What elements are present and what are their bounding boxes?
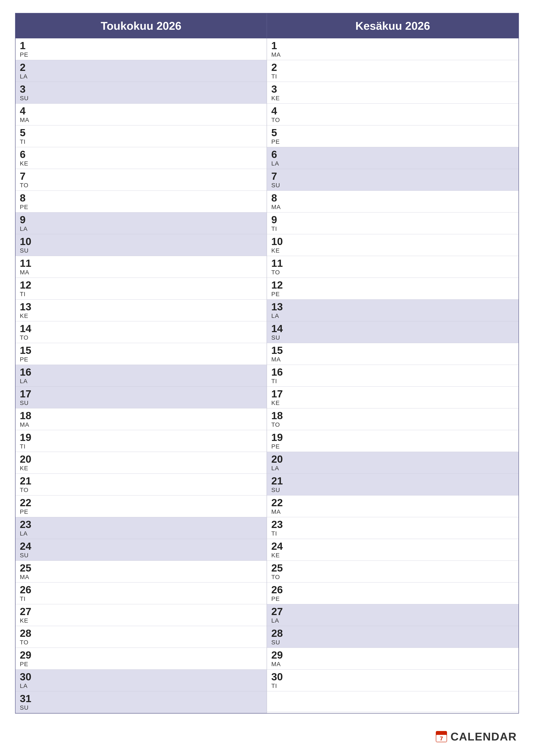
may-day-abbr-17: SU <box>20 399 262 406</box>
june-day-number-23: 23 <box>271 519 514 530</box>
june-day-row-19: 19PE <box>267 430 519 452</box>
june-day-number-13: 13 <box>271 302 514 312</box>
june-day-number-10: 10 <box>271 236 514 247</box>
june-day-abbr-29: MA <box>271 661 514 668</box>
june-days-column: 1MA2TI3KE4TO5PE6LA7SU8MA9TI10KE11TO12PE1… <box>267 39 519 713</box>
may-day-number-21: 21 <box>20 476 262 486</box>
june-day-number-11: 11 <box>271 258 514 269</box>
may-day-row-18: 18MA <box>15 408 267 430</box>
may-day-abbr-22: PE <box>20 508 262 515</box>
may-day-number-13: 13 <box>20 302 262 312</box>
june-day-row-4: 4TO <box>267 104 519 125</box>
may-day-number-2: 2 <box>20 62 262 73</box>
may-day-row-7: 7TO <box>15 169 267 191</box>
june-day-abbr-25: TO <box>271 574 514 580</box>
may-day-row-23: 23LA <box>15 517 267 539</box>
june-day-abbr-16: TI <box>271 378 514 385</box>
june-day-row-2: 2TI <box>267 60 519 82</box>
june-day-number-12: 12 <box>271 280 514 290</box>
june-day-abbr-18: TO <box>271 421 514 428</box>
may-day-number-8: 8 <box>20 193 262 203</box>
june-day-row-12: 12PE <box>267 278 519 300</box>
june-day-number-15: 15 <box>271 345 514 356</box>
may-day-row-25: 25MA <box>15 561 267 582</box>
may-day-row-26: 26TI <box>15 582 267 604</box>
june-day-abbr-7: SU <box>271 182 514 189</box>
june-day-row-13: 13LA <box>267 300 519 321</box>
june-day-row-21: 21SU <box>267 474 519 496</box>
may-day-abbr-2: LA <box>20 73 262 80</box>
may-day-number-29: 29 <box>20 650 262 660</box>
may-day-row-10: 10SU <box>15 234 267 256</box>
may-day-row-24: 24SU <box>15 539 267 561</box>
may-day-abbr-27: KE <box>20 617 262 624</box>
may-day-abbr-18: MA <box>20 421 262 428</box>
june-day-number-2: 2 <box>271 62 514 73</box>
june-day-abbr-28: SU <box>271 639 514 646</box>
may-day-number-5: 5 <box>20 127 262 138</box>
june-day-row-18: 18TO <box>267 408 519 430</box>
june-day-number-6: 6 <box>271 149 514 160</box>
june-day-abbr-5: PE <box>271 138 514 145</box>
may-day-row-19: 19TI <box>15 430 267 452</box>
june-day-number-27: 27 <box>271 607 514 617</box>
may-days-column: 1PE2LA3SU4MA5TI6KE7TO8PE9LA10SU11MA12TI1… <box>15 39 267 713</box>
june-day-number-18: 18 <box>271 411 514 421</box>
june-day-row-30: 30TI <box>267 670 519 691</box>
june-day-number-14: 14 <box>271 323 514 334</box>
svg-text:7: 7 <box>440 735 443 742</box>
may-day-row-22: 22PE <box>15 496 267 517</box>
june-day-row-1: 1MA <box>267 39 519 60</box>
may-day-abbr-31: SU <box>20 704 262 711</box>
may-day-row-17: 17SU <box>15 387 267 408</box>
may-day-abbr-29: PE <box>20 661 262 668</box>
june-day-abbr-19: PE <box>271 443 514 450</box>
june-day-row-8: 8MA <box>267 191 519 212</box>
june-day-number-24: 24 <box>271 541 514 552</box>
june-day-row-16: 16TI <box>267 365 519 387</box>
june-day-row-17: 17KE <box>267 387 519 408</box>
june-day-abbr-13: LA <box>271 312 514 319</box>
may-day-abbr-12: TI <box>20 291 262 298</box>
may-day-abbr-8: PE <box>20 204 262 210</box>
may-day-number-19: 19 <box>20 432 262 443</box>
may-day-row-11: 11MA <box>15 256 267 278</box>
may-day-number-6: 6 <box>20 149 262 160</box>
may-day-row-9: 9LA <box>15 212 267 234</box>
june-day-abbr-10: KE <box>271 247 514 254</box>
may-day-abbr-16: LA <box>20 378 262 385</box>
june-day-number-17: 17 <box>271 389 514 399</box>
may-day-abbr-26: TI <box>20 595 262 602</box>
june-day-abbr-6: LA <box>271 160 514 167</box>
may-day-number-26: 26 <box>20 585 262 595</box>
may-day-number-17: 17 <box>20 389 262 399</box>
june-day-abbr-4: TO <box>271 117 514 123</box>
may-day-abbr-14: TO <box>20 334 262 341</box>
may-day-abbr-7: TO <box>20 182 262 189</box>
may-day-number-24: 24 <box>20 541 262 552</box>
may-day-row-15: 15PE <box>15 343 267 365</box>
june-day-number-8: 8 <box>271 193 514 203</box>
calendar-container: Toukokuu 2026 Kesäkuu 2026 1PE2LA3SU4MA5… <box>15 13 519 714</box>
june-day-row-15: 15MA <box>267 343 519 365</box>
may-day-row-20: 20KE <box>15 452 267 474</box>
june-day-number-19: 19 <box>271 432 514 443</box>
may-day-row-31: 31SU <box>15 691 267 713</box>
may-day-number-22: 22 <box>20 498 262 508</box>
may-day-row-6: 6KE <box>15 147 267 169</box>
june-day-number-5: 5 <box>271 127 514 138</box>
may-day-abbr-6: KE <box>20 160 262 167</box>
may-day-number-16: 16 <box>20 367 262 377</box>
may-day-row-14: 14TO <box>15 321 267 343</box>
may-day-abbr-20: KE <box>20 465 262 472</box>
june-empty-row <box>267 691 519 712</box>
may-day-number-25: 25 <box>20 563 262 573</box>
june-day-row-9: 9TI <box>267 212 519 234</box>
june-day-row-3: 3KE <box>267 82 519 104</box>
june-day-row-20: 20LA <box>267 452 519 474</box>
may-day-row-12: 12TI <box>15 278 267 300</box>
june-day-number-16: 16 <box>271 367 514 377</box>
june-day-row-10: 10KE <box>267 234 519 256</box>
may-day-row-30: 30LA <box>15 670 267 691</box>
may-day-number-12: 12 <box>20 280 262 290</box>
